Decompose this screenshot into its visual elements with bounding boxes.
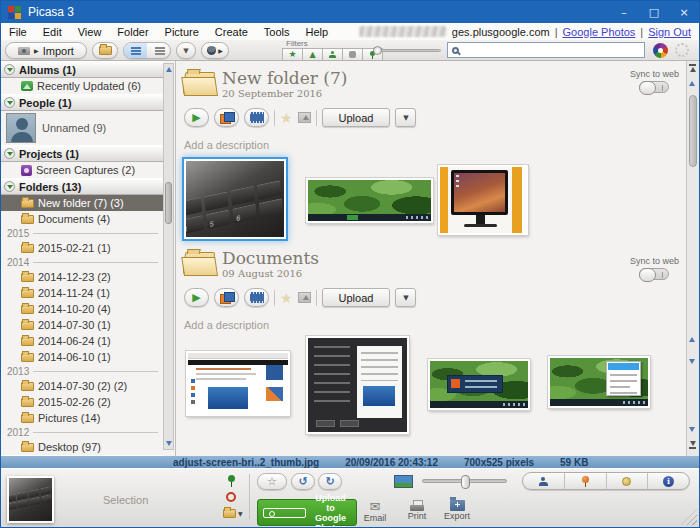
scroll-up-icon[interactable] (166, 67, 172, 72)
upload-dropdown-button[interactable]: ▼ (395, 288, 416, 307)
section-title[interactable]: New folder (7) (222, 69, 347, 88)
sidebar-item-2014-06-10[interactable]: 2014-06-10 (1) (1, 349, 164, 365)
collapse-icon[interactable] (4, 64, 15, 75)
description-field[interactable]: Add a description (184, 139, 673, 151)
sync-toggle[interactable] (639, 268, 669, 280)
create-collage-button[interactable] (214, 288, 239, 307)
google-photos-link[interactable]: Google Photos (563, 26, 636, 38)
scrollbar-thumb[interactable] (689, 95, 697, 167)
collapse-icon[interactable] (4, 181, 15, 192)
content-scrollbar[interactable] (686, 61, 699, 456)
filter-faces-button[interactable] (322, 48, 343, 61)
menu-help[interactable]: Help (298, 26, 337, 38)
section-title[interactable]: Documents (222, 249, 319, 268)
next-section-button[interactable] (689, 359, 695, 364)
scroll-down-button[interactable] (689, 427, 695, 432)
create-movie-button[interactable] (244, 108, 269, 127)
close-button[interactable]: × (669, 1, 699, 23)
email-button[interactable]: ✉ Email (357, 500, 393, 523)
sidebar-item-desktop[interactable]: Desktop (97) (1, 439, 164, 455)
filter-uploaded-button[interactable]: ▲ (302, 48, 323, 61)
menu-file[interactable]: File (1, 26, 35, 38)
export-button[interactable]: Export (437, 500, 477, 521)
sidebar-item-2015-02-21[interactable]: 2015-02-21 (1) (1, 240, 164, 256)
hold-selection-pin-icon[interactable] (228, 475, 235, 487)
sidebar-section-albums[interactable]: Albums (1) (1, 61, 164, 78)
menu-view[interactable]: View (70, 26, 110, 38)
sidebar-item-2014-11-24[interactable]: 2014-11-24 (1) (1, 285, 164, 301)
resize-grip[interactable] (681, 509, 697, 525)
tree-view-button[interactable] (147, 43, 170, 58)
sidebar-item-2015-02-26[interactable]: 2015-02-26 (2) (1, 394, 164, 410)
menu-tools[interactable]: Tools (256, 26, 298, 38)
sidebar-item-recently-updated[interactable]: Recently Updated (6) (1, 78, 164, 94)
search-input[interactable] (459, 44, 644, 56)
menu-picture[interactable]: Picture (157, 26, 207, 38)
sidebar-section-projects[interactable]: Projects (1) (1, 145, 164, 162)
tags-panel-button[interactable] (607, 473, 649, 489)
sidebar-item-2014-07-30[interactable]: 2014-07-30 (1) (1, 317, 164, 333)
people-panel-button[interactable] (523, 473, 565, 489)
upload-to-google-photos-button[interactable]: Upload to Google Photos (257, 499, 357, 526)
sync-toggle[interactable] (639, 81, 669, 93)
import-button[interactable]: ▶ Import (5, 42, 87, 59)
star-photo-button[interactable]: ☆ (257, 473, 287, 490)
date-filter-slider[interactable] (373, 49, 441, 52)
sidebar-item-2014-06-24[interactable]: 2014-06-24 (1) (1, 333, 164, 349)
add-folder-button[interactable] (92, 42, 118, 59)
thumbnail-desktop-notification[interactable] (428, 359, 530, 410)
prev-section-button[interactable] (689, 337, 695, 342)
thumbnail-desktop-context-menu[interactable] (548, 356, 650, 408)
slider-knob[interactable] (373, 46, 382, 55)
menu-create[interactable]: Create (207, 26, 256, 38)
sidebar-item-new-folder[interactable]: New folder (7) (3) (1, 195, 164, 211)
create-movie-button[interactable] (244, 288, 269, 307)
selection-tray-thumbnail[interactable] (7, 476, 54, 523)
thumbnail-monitor-photo[interactable] (438, 165, 528, 235)
sidebar-item-unnamed[interactable]: Unnamed (9) (1, 111, 164, 145)
filter-face-detect-button[interactable] (342, 48, 363, 61)
minimize-button[interactable]: – (609, 1, 639, 23)
scroll-down-icon[interactable] (166, 441, 172, 446)
filter-starred-button[interactable]: ★ (282, 48, 303, 61)
sidebar-scrollbar[interactable] (163, 63, 174, 450)
upload-button[interactable]: Upload (322, 288, 391, 307)
menu-edit[interactable]: Edit (35, 26, 70, 38)
description-field[interactable]: Add a description (184, 319, 673, 331)
rotate-left-button[interactable]: ↺ (291, 473, 315, 490)
thumbnail-dark-dialog-screenshot[interactable] (306, 336, 409, 434)
sidebar-item-documents[interactable]: Documents (4) (1, 211, 164, 227)
clear-selection-icon[interactable] (226, 492, 236, 502)
rotate-right-button[interactable]: ↻ (318, 473, 342, 490)
thumbnail-keyboard-photo[interactable]: 4 5 6 (184, 159, 286, 239)
thumbnail-webpage-screenshot[interactable] (186, 351, 290, 416)
slideshow-button[interactable]: ▶ (184, 108, 209, 127)
add-to-album-button[interactable]: ▼ (223, 509, 243, 518)
slideshow-button[interactable]: ▶ (184, 288, 209, 307)
zoom-slider[interactable] (422, 479, 507, 483)
collapse-icon[interactable] (4, 97, 15, 108)
scroll-up-button[interactable] (689, 81, 695, 86)
scroll-last-button[interactable] (689, 441, 696, 449)
create-collage-button[interactable] (214, 108, 239, 127)
menu-folder[interactable]: Folder (109, 26, 156, 38)
scroll-first-button[interactable] (689, 64, 696, 72)
print-button[interactable]: Print (399, 500, 435, 521)
upload-dropdown-button[interactable]: ▼ (395, 108, 416, 127)
sidebar-item-2014-10-20[interactable]: 2014-10-20 (4) (1, 301, 164, 317)
sidebar-item-2014-12-23[interactable]: 2014-12-23 (2) (1, 269, 164, 285)
view-options-dropdown[interactable]: ▼ (176, 42, 196, 59)
scrollbar-thumb[interactable] (165, 182, 172, 224)
sidebar-item-2014-07-30-2[interactable]: 2014-07-30 (2) (2) (1, 378, 164, 394)
maximize-button[interactable]: □ (639, 1, 669, 23)
upload-button[interactable]: Upload (322, 108, 391, 127)
collapse-icon[interactable] (4, 148, 15, 159)
sidebar-item-screen-captures[interactable]: Screen Captures (2) (1, 162, 164, 178)
sign-out-link[interactable]: Sign Out (648, 26, 691, 38)
sidebar-section-people[interactable]: People (1) (1, 94, 164, 111)
thumbnail-desktop-wide[interactable] (306, 178, 433, 223)
people-view-button[interactable]: ▶ (201, 42, 229, 59)
zoom-slider-knob[interactable] (461, 475, 470, 489)
places-panel-button[interactable] (565, 473, 607, 489)
sidebar-item-pictures[interactable]: Pictures (14) (1, 410, 164, 426)
